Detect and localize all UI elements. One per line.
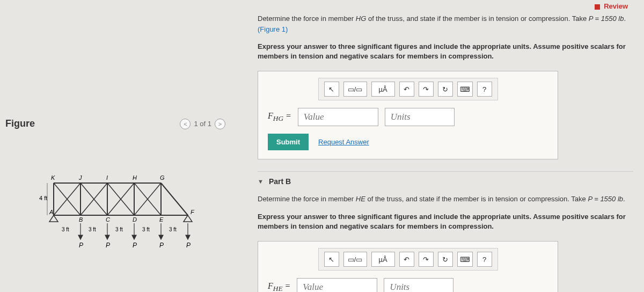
svg-text:3 ft: 3 ft (169, 227, 177, 232)
svg-text:P: P (186, 242, 191, 249)
fraction-tool-icon[interactable]: ▭/▭ (343, 82, 367, 97)
svg-text:P: P (159, 242, 164, 249)
svg-text:3 ft: 3 ft (62, 227, 69, 232)
units-symbol-tool[interactable]: µÅ (371, 252, 395, 267)
partA-prompt: Determine the force in member HG of the … (258, 13, 633, 34)
partB-answer-row: FHE = (268, 278, 548, 292)
svg-marker-45 (186, 235, 190, 239)
svg-text:G: G (160, 174, 165, 181)
p-value: P = 1550 lb (588, 195, 623, 203)
svg-text:3 ft: 3 ft (142, 227, 150, 232)
variable-label: FHG = (268, 111, 291, 123)
cursor-tool-icon[interactable]: ↖ (324, 82, 339, 97)
text: . (623, 195, 625, 203)
reset-icon[interactable]: ↻ (438, 82, 453, 97)
text: Determine the force in member (258, 14, 356, 23)
keyboard-icon[interactable]: ⌨ (457, 82, 473, 97)
partA-answer-box: ↖ ▭/▭ µÅ ↶ ↷ ↻ ⌨ ? FHG = Submit Request … (258, 71, 558, 159)
partB-title: Part B (269, 177, 291, 186)
figure-title: Figure (5, 118, 35, 129)
partA-instructions: Express your answer to three significant… (258, 42, 633, 61)
figure-link[interactable]: (Figure 1) (258, 25, 288, 33)
partB-answer-box: ↖ ▭/▭ µÅ ↶ ↷ ↻ ⌨ ? FHE = (258, 241, 558, 292)
partA-units-input[interactable] (385, 108, 455, 126)
keyboard-icon[interactable]: ⌨ (457, 252, 473, 267)
svg-text:D: D (133, 216, 137, 223)
partB-instructions: Express your answer to three significant… (258, 212, 633, 231)
figure-next-button[interactable]: > (215, 119, 225, 129)
variable-label: FHE = (268, 281, 290, 292)
svg-text:C: C (106, 216, 110, 223)
request-answer-link[interactable]: Request Answer (318, 138, 369, 146)
svg-line-2 (161, 183, 188, 215)
equation-toolbar-b: ↖ ▭/▭ µÅ ↶ ↷ ↻ ⌨ ? (318, 248, 498, 271)
units-symbol-tool[interactable]: µÅ (371, 82, 395, 97)
member-name: HE (356, 195, 365, 203)
svg-text:K: K (51, 174, 55, 181)
svg-text:4 ft: 4 ft (39, 195, 47, 201)
submit-button[interactable]: Submit (268, 134, 309, 150)
partB-prompt: Determine the force in member HE of the … (258, 194, 633, 205)
p-value: P = 1550 lb (589, 14, 624, 23)
figure-panel: Figure < 1 of 1 > (0, 0, 236, 292)
figure-nav: < 1 of 1 > (180, 119, 225, 129)
partA-submit-row: Submit Request Answer (268, 134, 548, 150)
text: . (624, 14, 626, 23)
svg-marker-17 (184, 215, 192, 222)
svg-text:E: E (159, 216, 164, 223)
member-name: HG (356, 14, 367, 23)
svg-marker-16 (49, 215, 58, 222)
svg-text:B: B (79, 216, 83, 223)
reset-icon[interactable]: ↻ (438, 252, 453, 267)
main-layout: Figure < 1 of 1 > (0, 0, 644, 292)
partA-value-input[interactable] (298, 108, 378, 126)
help-icon[interactable]: ? (477, 252, 492, 267)
svg-marker-37 (78, 235, 83, 239)
svg-marker-43 (159, 235, 163, 239)
svg-marker-39 (105, 235, 109, 239)
svg-text:I: I (106, 174, 108, 181)
collapse-icon: ▼ (258, 178, 264, 185)
text: Determine the force in member (258, 195, 356, 203)
partB-units-input[interactable] (384, 278, 453, 292)
figure-counter: 1 of 1 (194, 120, 211, 128)
figure-header: Figure < 1 of 1 > (5, 118, 231, 129)
partB-header[interactable]: ▼ Part B (258, 171, 633, 186)
svg-text:P: P (106, 242, 110, 249)
svg-text:P: P (133, 242, 137, 249)
text: of the truss, and state if the member is… (366, 14, 589, 23)
undo-icon[interactable]: ↶ (399, 252, 414, 267)
text: of the truss, and state if the member is… (365, 195, 588, 203)
help-icon[interactable]: ? (477, 82, 492, 97)
svg-text:A: A (49, 209, 53, 215)
partB-value-input[interactable] (297, 278, 377, 292)
svg-text:P: P (79, 242, 83, 249)
equation-toolbar: ↖ ▭/▭ µÅ ↶ ↷ ↻ ⌨ ? (318, 78, 498, 100)
undo-icon[interactable]: ↶ (399, 82, 414, 97)
svg-text:J: J (78, 174, 82, 181)
svg-text:F: F (191, 209, 195, 215)
figure-prev-button[interactable]: < (180, 119, 191, 129)
fraction-tool-icon[interactable]: ▭/▭ (343, 252, 367, 267)
truss-diagram: K J I H G A B C D E F 4 ft 3 ft 3 ft 3 f… (38, 167, 231, 258)
svg-marker-41 (132, 235, 136, 239)
svg-text:3 ft: 3 ft (89, 227, 96, 232)
redo-icon[interactable]: ↷ (419, 252, 434, 267)
review-flag[interactable]: Review (595, 2, 628, 10)
question-column: Determine the force in member HG of the … (236, 0, 644, 292)
cursor-tool-icon[interactable]: ↖ (324, 252, 339, 267)
review-label: Review (604, 2, 628, 10)
svg-text:3 ft: 3 ft (115, 227, 123, 232)
redo-icon[interactable]: ↷ (419, 82, 434, 97)
svg-text:H: H (133, 174, 137, 181)
partA-answer-row: FHG = (268, 108, 548, 126)
